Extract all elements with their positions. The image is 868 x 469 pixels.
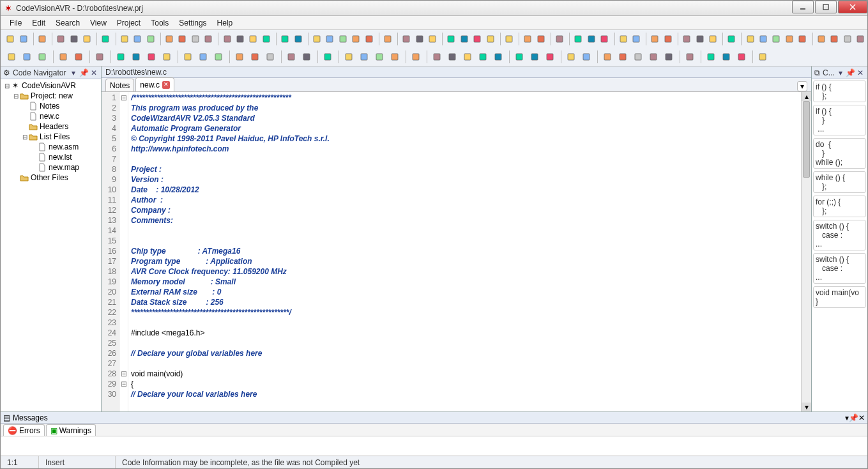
toolbar-button[interactable] [662, 32, 674, 46]
toolbar-button[interactable] [176, 32, 188, 46]
toolbar-button[interactable] [707, 32, 719, 46]
toolbar-button[interactable] [100, 32, 111, 46]
toolbar-button[interactable] [522, 32, 533, 46]
tree-map[interactable]: new.map [49, 163, 79, 172]
snippet-item[interactable]: if () { } ... [813, 105, 866, 135]
nav-dropdown-icon[interactable]: ▾ [69, 68, 78, 77]
nav-pin-icon[interactable]: 📌 [79, 68, 88, 77]
toolbar-button[interactable] [311, 32, 323, 46]
toolbar-button[interactable] [855, 32, 866, 46]
toolbar-button[interactable] [784, 32, 795, 46]
toolbar-button[interactable] [704, 50, 718, 64]
toolbar-button[interactable] [342, 50, 356, 64]
tree-listfiles[interactable]: List Files [40, 132, 70, 141]
toolbar-button[interactable] [321, 50, 335, 64]
toolbar-button[interactable] [284, 50, 298, 64]
toolbar-button[interactable] [337, 32, 349, 46]
nav-close-icon[interactable]: ✕ [89, 68, 98, 77]
toolbar-button[interactable] [564, 50, 578, 64]
toolbar-button[interactable] [841, 32, 853, 46]
tab-close-icon[interactable]: ✕ [162, 81, 170, 89]
snip-dropdown-icon[interactable]: ▾ [836, 68, 845, 77]
toolbar-button[interactable] [815, 32, 826, 46]
toolbar-button[interactable] [631, 50, 645, 64]
snippet-item[interactable]: switch () { case : ... [813, 220, 866, 250]
toolbar-button[interactable] [744, 32, 756, 46]
toolbar-button[interactable] [263, 50, 277, 64]
close-button[interactable] [838, 1, 867, 13]
snip-pin-icon[interactable]: 📌 [846, 68, 855, 77]
menu-file[interactable]: File [4, 17, 27, 29]
toolbar-button[interactable] [132, 32, 143, 46]
toolbar-button[interactable] [828, 32, 840, 46]
toolbar-button[interactable] [471, 32, 483, 46]
toolbar-button[interactable] [543, 50, 557, 64]
toolbar-button[interactable] [600, 50, 614, 64]
toolbar-button[interactable] [535, 32, 547, 46]
toolbar-button[interactable] [512, 50, 526, 64]
msg-tab-warnings[interactable]: ▣Warnings [46, 424, 96, 436]
tab-notes[interactable]: Notes [105, 79, 134, 91]
toolbar-button[interactable] [160, 50, 174, 64]
tree-other[interactable]: Other Files [31, 173, 68, 182]
snip-close-icon[interactable]: ✕ [856, 68, 865, 77]
minimize-button[interactable] [792, 1, 814, 13]
toolbar-button[interactable] [261, 32, 272, 46]
tab-newc[interactable]: new.c✕ [135, 77, 174, 91]
tab-list-dropdown[interactable]: ▾ [797, 81, 807, 91]
toolbar-button[interactable] [382, 32, 393, 46]
tree-newc[interactable]: new.c [40, 112, 59, 121]
scroll-thumb[interactable] [803, 101, 810, 178]
toolbar-button[interactable] [357, 50, 371, 64]
snippet-item[interactable]: for (;;) { }; [813, 196, 866, 217]
toolbar-button[interactable] [234, 32, 246, 46]
toolbar-button[interactable] [491, 50, 505, 64]
toolbar-button[interactable] [144, 50, 158, 64]
menu-settings[interactable]: Settings [174, 17, 211, 29]
toolbar-button[interactable] [388, 50, 402, 64]
msg-tab-errors[interactable]: ⛔Errors [3, 424, 45, 436]
toolbar-button[interactable] [35, 50, 49, 64]
toolbar-button[interactable] [300, 50, 314, 64]
snippet-item[interactable]: void main(vo } [813, 286, 866, 308]
toolbar-button[interactable] [461, 50, 475, 64]
toolbar-button[interactable] [430, 50, 444, 64]
toolbar-button[interactable] [414, 32, 425, 46]
toolbar-button[interactable] [363, 32, 375, 46]
toolbar-button[interactable] [118, 32, 130, 46]
nav-tree[interactable]: ⊟✶CodeVisionAVR ⊟Project: new Notes new.… [1, 79, 101, 411]
toolbar-button[interactable] [586, 32, 597, 46]
fold-column[interactable]: ⊟⊟⊟ [119, 92, 128, 411]
menu-help[interactable]: Help [212, 17, 238, 29]
toolbar-button[interactable] [427, 32, 438, 46]
toolbar-button[interactable] [202, 32, 214, 46]
toolbar-button[interactable] [616, 50, 630, 64]
toolbar-button[interactable] [503, 32, 515, 46]
scroll-up-icon[interactable]: ▴ [802, 92, 811, 101]
tree-project[interactable]: Project: new [31, 91, 73, 100]
tree-notes[interactable]: Notes [40, 102, 59, 111]
scroll-down-icon[interactable]: ▾ [802, 403, 811, 411]
toolbar-button[interactable] [598, 32, 610, 46]
toolbar-button[interactable] [646, 50, 660, 64]
toolbar-button[interactable] [681, 32, 692, 46]
toolbar-button[interactable] [181, 50, 195, 64]
toolbar-button[interactable] [279, 32, 291, 46]
msg-pin-icon[interactable]: 📌 [849, 413, 858, 422]
toolbar-button[interactable] [350, 32, 362, 46]
snippet-item[interactable]: do { } while (); [813, 138, 866, 169]
toolbar-button[interactable] [630, 32, 642, 46]
toolbar-button[interactable] [144, 32, 156, 46]
snippet-item[interactable]: while () { }; [813, 171, 866, 193]
toolbar-button[interactable] [572, 32, 584, 46]
toolbar-button[interactable] [683, 50, 697, 64]
toolbar-button[interactable] [409, 50, 423, 64]
toolbar-button[interactable] [190, 32, 201, 46]
toolbar-button[interactable] [770, 32, 782, 46]
tree-root[interactable]: CodeVisionAVR [22, 81, 76, 90]
toolbar-button[interactable] [36, 32, 48, 46]
toolbar-button[interactable] [221, 32, 232, 46]
toolbar-button[interactable] [248, 50, 262, 64]
menu-project[interactable]: Project [112, 17, 146, 29]
menu-tools[interactable]: Tools [146, 17, 174, 29]
